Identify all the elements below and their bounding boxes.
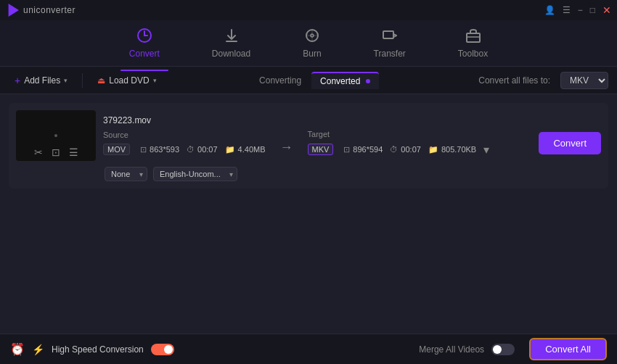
svg-rect-7: [467, 33, 480, 42]
load-dvd-dropdown-icon: ▾: [153, 77, 157, 84]
nav-label-download: Download: [212, 49, 250, 59]
audio-select-wrapper: English-Uncom...: [153, 167, 237, 181]
target-filesize: 📁 805.70KB: [428, 145, 476, 154]
nav-item-download[interactable]: Download: [203, 22, 259, 65]
menu-icon[interactable]: ☰: [563, 6, 571, 15]
source-format: MOV: [103, 144, 130, 155]
source-resolution: ⊡ 863*593: [140, 145, 179, 154]
nav-item-transfer[interactable]: Transfer: [365, 22, 414, 65]
title-bar-left: uniconverter: [6, 4, 75, 17]
load-dvd-button[interactable]: ⏏ Load DVD ▾: [91, 73, 162, 88]
nav-bar: Convert Download Burn Tran: [0, 20, 617, 67]
add-files-label: Add Files: [24, 75, 60, 86]
nav-item-toolbox[interactable]: Toolbox: [449, 22, 497, 65]
bolt-icon: ⚡: [32, 344, 44, 355]
target-resolution-icon: ⊡: [343, 145, 350, 154]
high-speed-toggle[interactable]: [151, 344, 174, 355]
target-label: Target: [308, 130, 490, 138]
tab-converted[interactable]: Converted: [311, 72, 379, 89]
nav-label-transfer: Transfer: [374, 49, 406, 59]
tab-converted-label: Converted: [320, 76, 360, 86]
resolution-icon: ⊡: [140, 145, 147, 154]
file-info: 379223.mov Source MOV ⊡ 863*593 ⏱: [103, 115, 601, 157]
target-box: Target MKV ⊡ 896*594 ⏱ 00:07: [308, 130, 490, 157]
minimize-button[interactable]: −: [578, 6, 583, 15]
file-header: ✂ ⊡ ☰ 379223.mov Source MOV ⊡ 863*593: [16, 110, 601, 161]
dvd-icon: ⏏: [97, 75, 105, 86]
add-files-dropdown-icon: ▾: [64, 77, 68, 84]
maximize-button[interactable]: □: [590, 6, 595, 15]
subtitle-select-wrapper: None: [105, 167, 147, 181]
subtitle-select[interactable]: None: [105, 167, 147, 181]
convert-button[interactable]: Convert: [539, 132, 601, 154]
plus-icon: +: [15, 75, 20, 86]
nav-label-burn: Burn: [303, 49, 321, 59]
target-folder-icon: 📁: [428, 145, 438, 154]
transfer-icon: [382, 28, 398, 46]
file-name: 379223.mov: [103, 115, 601, 125]
convert-all-files-label: Convert all files to:: [478, 75, 550, 86]
format-select[interactable]: MKV MP4 AVI MOV: [560, 72, 608, 89]
target-clock-icon: ⏱: [390, 145, 398, 154]
target-details: MKV ⊡ 896*594 ⏱ 00:07 📁 805.: [308, 143, 490, 157]
close-button[interactable]: ✕: [602, 5, 611, 15]
main-content: ✂ ⊡ ☰ 379223.mov Source MOV ⊡ 863*593: [0, 94, 617, 334]
toolbar-divider: [82, 73, 83, 88]
thumb-dot: [54, 134, 57, 137]
folder-icon: 📁: [225, 145, 235, 154]
tab-group: Converting Converted: [250, 72, 379, 89]
toolbar: + Add Files ▾ ⏏ Load DVD ▾ Converting Co…: [0, 67, 617, 94]
toolbox-icon: [465, 28, 481, 46]
target-format: MKV: [308, 144, 334, 155]
high-speed-label: High Speed Conversion: [52, 344, 144, 355]
tab-converting[interactable]: Converting: [250, 73, 310, 88]
source-details: MOV ⊡ 863*593 ⏱ 00:07 📁 4.40: [103, 144, 266, 155]
nav-item-convert[interactable]: Convert: [120, 22, 168, 65]
merge-toggle[interactable]: [491, 344, 515, 355]
user-icon[interactable]: 👤: [544, 6, 555, 15]
crop-icon[interactable]: ⊡: [52, 146, 60, 158]
clock-icon: ⏱: [187, 145, 195, 154]
scissors-icon[interactable]: ✂: [34, 146, 43, 158]
download-icon: [224, 28, 240, 46]
load-dvd-label: Load DVD: [109, 75, 149, 86]
clock-icon[interactable]: ⏰: [10, 342, 25, 356]
source-filesize: 📁 4.40MB: [225, 145, 266, 154]
thumb-controls: ✂ ⊡ ☰: [16, 146, 96, 158]
tab-converted-dot: [366, 79, 370, 83]
app-name: uniconverter: [23, 5, 75, 15]
app-logo-icon: [6, 4, 19, 17]
title-bar-controls: 👤 ☰ − □ ✕: [544, 5, 611, 15]
target-resolution: ⊡ 896*594: [343, 145, 383, 154]
nav-label-toolbox: Toolbox: [458, 49, 488, 59]
convert-all-button[interactable]: Convert All: [529, 338, 607, 360]
source-label: Source: [103, 131, 266, 139]
tab-converting-label: Converting: [259, 75, 301, 86]
source-box: Source MOV ⊡ 863*593 ⏱ 00:07: [103, 131, 266, 155]
sub-row: None English-Uncom...: [16, 167, 601, 181]
target-duration: ⏱ 00:07: [390, 145, 421, 154]
audio-select[interactable]: English-Uncom...: [153, 167, 237, 181]
nav-item-burn[interactable]: Burn: [294, 22, 330, 65]
settings-icon[interactable]: ☰: [69, 146, 78, 158]
title-bar: uniconverter 👤 ☰ − □ ✕: [0, 0, 617, 20]
merge-label: Merge All Videos: [419, 344, 484, 355]
arrow-right-icon: →: [280, 140, 293, 157]
burn-icon: [304, 28, 320, 46]
nav-label-convert: Convert: [129, 49, 160, 59]
target-chevron-icon[interactable]: ▾: [483, 143, 489, 157]
convert-icon: [136, 28, 152, 46]
add-files-button[interactable]: + Add Files ▾: [9, 73, 73, 88]
svg-rect-6: [383, 31, 393, 38]
file-item: ✂ ⊡ ☰ 379223.mov Source MOV ⊡ 863*593: [9, 103, 608, 189]
conversion-row: Source MOV ⊡ 863*593 ⏱ 00:07: [103, 130, 601, 157]
source-duration: ⏱ 00:07: [187, 145, 218, 154]
footer: ⏰ ⚡ High Speed Conversion Merge All Vide…: [0, 334, 617, 364]
file-thumbnail: ✂ ⊡ ☰: [16, 110, 96, 161]
